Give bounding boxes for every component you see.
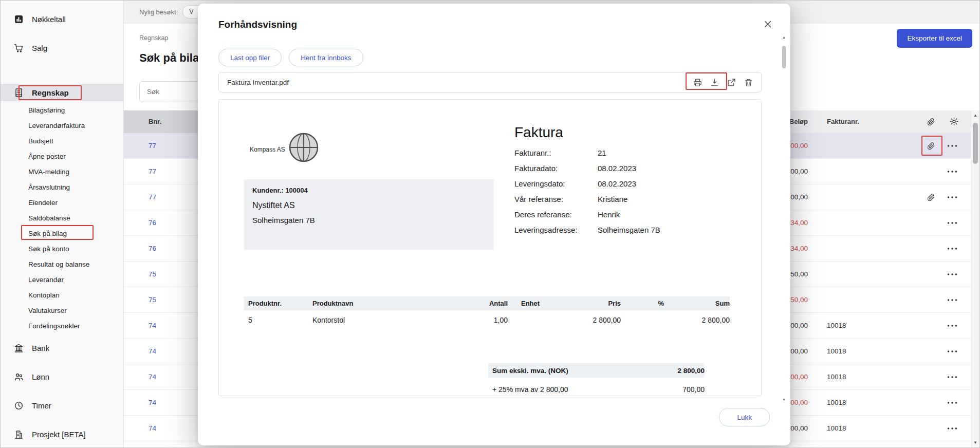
more-options-icon[interactable] — [946, 217, 958, 229]
sidebar-item-sok-pa-bilag[interactable]: Søk på bilag — [1, 226, 123, 241]
sidebar-item-timer[interactable]: Timer — [1, 391, 123, 420]
scroll-down-icon[interactable]: ▼ — [971, 440, 979, 445]
scroll-up-icon[interactable]: ▲ — [971, 113, 979, 118]
invoice-total-row: Sum ekskl. mva. (NOK)2 800,00 — [488, 363, 705, 378]
sidebar-item-eiendeler[interactable]: Eiendeler — [1, 195, 123, 210]
sidebar-item-leverandor[interactable]: Leverandør — [1, 272, 123, 287]
sidebar-item-mva-melding[interactable]: MVA-melding — [1, 164, 123, 179]
bnr-link[interactable]: 75 — [149, 262, 156, 287]
more-options-icon[interactable] — [946, 345, 958, 358]
more-options-icon[interactable] — [946, 320, 958, 332]
bnr-link[interactable]: 74 — [149, 390, 156, 416]
bnr-link[interactable]: 76 — [149, 236, 156, 262]
modal-title: Forhåndsvisning — [218, 19, 297, 30]
modal-scrollbar[interactable]: ▲ ▼ — [781, 35, 787, 401]
sidebar-item-valutakurser[interactable]: Valutakurser — [1, 303, 123, 318]
sidebar-item-budsjett[interactable]: Budsjett — [1, 133, 123, 148]
page-scrollbar-thumb[interactable] — [973, 123, 978, 164]
bnr-link[interactable]: 74 — [149, 339, 156, 364]
invoice-meta-value: 21 — [598, 148, 606, 157]
items-column-header: Enhet — [508, 300, 557, 307]
export-to-excel-button[interactable]: Eksporter til excel — [897, 29, 972, 48]
sidebar-item-nokkeltall[interactable]: Nøkkeltall — [1, 5, 123, 33]
more-options-icon[interactable] — [946, 191, 958, 203]
bnr-link[interactable]: 74 — [149, 441, 156, 448]
invoice-items-rows: 5Kontorstol1,002 800,002 800,00 — [244, 310, 730, 330]
more-options-icon[interactable] — [946, 397, 958, 409]
sidebar-item-leverandorfaktura[interactable]: Leverandørfaktura — [1, 118, 123, 133]
attachment-icon[interactable] — [927, 193, 935, 201]
sidebar-item-salg[interactable]: Salg — [1, 33, 123, 62]
attachment-icon[interactable] — [927, 141, 935, 150]
file-name: Faktura Inventar.pdf — [227, 79, 685, 86]
upload-files-button[interactable]: Last opp filer — [218, 49, 282, 66]
invoice-meta-label: Leveringsdato: — [514, 179, 598, 188]
more-options-icon[interactable] — [946, 242, 958, 255]
sidebar-item-label: Lønn — [32, 372, 49, 381]
scroll-down-icon[interactable]: ▼ — [781, 398, 787, 401]
bank-icon — [14, 343, 24, 353]
delete-icon[interactable] — [744, 78, 753, 87]
sidebar-item-regnskap[interactable]: Regnskap — [1, 84, 123, 101]
invoice-meta-row: Vår referanse:Kristiane — [514, 191, 660, 207]
close-modal-button[interactable]: Lukk — [719, 408, 770, 426]
table-settings-gear-icon[interactable] — [949, 117, 959, 126]
fakturanr-value: 10018 — [827, 416, 846, 441]
bnr-link[interactable]: 74 — [149, 416, 156, 441]
more-options-icon[interactable] — [946, 140, 958, 152]
bnr-link[interactable]: 75 — [149, 287, 156, 313]
more-options-icon[interactable] — [946, 268, 958, 281]
bnr-link[interactable]: 77 — [149, 184, 156, 210]
belop-value: 00,00 — [790, 416, 808, 441]
more-options-icon[interactable] — [946, 294, 958, 306]
bnr-link[interactable]: 76 — [149, 210, 156, 236]
sidebar-item-label: Timer — [32, 401, 51, 410]
sidebar-item-bilagsforing[interactable]: Bilagsføring — [1, 102, 123, 118]
modal-scrollbar-thumb[interactable] — [782, 46, 786, 68]
invoice-meta-row: Leveringsadresse:Solheimsgaten 7B — [514, 222, 660, 237]
fakturanr-value: 10018 — [827, 339, 846, 364]
sidebar-item-lonn[interactable]: Lønn — [1, 362, 123, 391]
sidebar-item-kontoplan[interactable]: Kontoplan — [1, 287, 123, 303]
belop-value: 00,00 — [790, 339, 808, 364]
sidebar-item-sok-pa-konto[interactable]: Søk på konto — [1, 241, 123, 256]
modal-actions: Last opp filer Hent fra innboks — [218, 49, 363, 66]
belop-value: 00,00 — [790, 441, 808, 448]
column-header-bnr[interactable]: Bnr. — [149, 110, 161, 133]
scroll-up-icon[interactable]: ▲ — [781, 35, 787, 39]
bnr-link[interactable]: 74 — [149, 364, 156, 390]
clock-icon — [14, 401, 24, 410]
column-header-belop[interactable]: Beløp — [789, 110, 808, 133]
invoice-customer-box: Kundenr.: 100004 Nystiftet AS Solheimsga… — [244, 179, 494, 250]
column-header-fakturanr[interactable]: Fakturanr. — [827, 110, 859, 133]
sidebar-item-resultat-og-balanse[interactable]: Resultat og balanse — [1, 256, 123, 272]
sidebar-item-prosjekt-beta[interactable]: Prosjekt [BETA] — [1, 420, 123, 448]
bnr-link[interactable]: 77 — [149, 133, 156, 159]
fetch-from-inbox-button[interactable]: Hent fra innboks — [289, 49, 363, 66]
bnr-link[interactable]: 74 — [149, 313, 156, 339]
invoice-meta-label: Fakturanr.: — [514, 148, 598, 157]
breadcrumb[interactable]: Regnskap — [139, 34, 168, 42]
page-scrollbar[interactable]: ▲ ▼ — [971, 110, 979, 447]
sidebar-item-fordelingsnokler[interactable]: Fordelingsnøkler — [1, 318, 123, 333]
fakturanr-value: 10018 — [827, 390, 846, 416]
bnr-link[interactable]: 77 — [149, 159, 156, 184]
print-icon[interactable] — [693, 78, 702, 87]
open-external-icon[interactable] — [727, 78, 736, 87]
belop-value: 00,00 — [790, 313, 808, 339]
download-icon[interactable] — [710, 78, 719, 87]
sidebar-item-saldobalanse[interactable]: Saldobalanse — [1, 210, 123, 226]
more-options-icon[interactable] — [946, 371, 958, 383]
sidebar-item-apne-poster[interactable]: Åpne poster — [1, 148, 123, 164]
close-icon[interactable] — [763, 19, 773, 29]
page-title: Søk på bilag — [139, 51, 206, 65]
sidebar-item-bank[interactable]: Bank — [1, 333, 123, 362]
invoice-meta-label: Leveringsadresse: — [514, 226, 598, 234]
invoice-meta-value: 08.02.2023 — [598, 179, 636, 188]
invoice-items-header: Produktnr.ProduktnavnAntallEnhetPris%Sum — [244, 296, 730, 310]
belop-value: 34,00 — [790, 210, 808, 236]
more-options-icon[interactable] — [946, 422, 958, 435]
sidebar-item-arsavslutning[interactable]: Årsavslutning — [1, 179, 123, 195]
more-options-icon[interactable] — [946, 165, 958, 178]
items-cell: 2 800,00 — [664, 316, 730, 324]
